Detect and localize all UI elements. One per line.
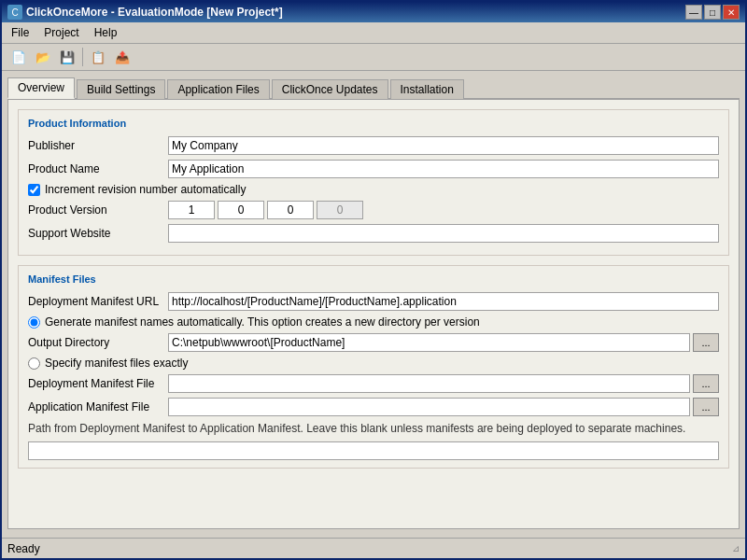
version-build[interactable] [267,201,314,219]
deployment-url-row: Deployment Manifest URL [28,292,719,311]
radio-specify[interactable] [28,357,40,370]
publisher-input[interactable] [168,136,719,155]
increment-row: Increment revision number automatically [28,183,719,196]
radio-specify-row: Specify manifest files exactly [28,357,719,370]
tab-bar: Overview Build Settings Application File… [7,77,740,100]
path-description: Path from Deployment Manifest to Applica… [28,421,719,437]
radio-auto[interactable] [28,316,40,329]
browse-application-button[interactable]: ... [693,398,719,416]
version-major[interactable] [168,201,215,219]
window-controls: — □ ✕ [685,5,740,20]
toolbar-separator [82,48,83,66]
output-dir-row: Output Directory ... [28,333,719,352]
version-minor[interactable] [218,201,264,219]
publisher-label: Publisher [28,139,168,152]
path-input[interactable] [28,441,719,460]
product-name-row: Product Name [28,160,719,178]
product-information-section: Product Information Publisher Product Na… [18,109,729,256]
toolbar: 📄 📂 💾 📋 📤 [2,44,745,71]
content-panel: Product Information Publisher Product Na… [7,100,740,529]
application-manifest-row: Application Manifest File ... [28,398,719,416]
window-title: ClickOnceMore - EvaluationMode [New Proj… [26,6,283,19]
deployment-manifest-label: Deployment Manifest File [28,377,168,390]
status-text: Ready [7,542,732,555]
export-button[interactable]: 📤 [111,47,134,67]
maximize-button[interactable]: □ [704,5,721,20]
support-label: Support Website [28,227,168,240]
menu-bar: File Project Help [2,22,745,44]
application-manifest-input[interactable] [168,398,690,416]
output-dir-label: Output Directory [28,336,168,349]
support-input[interactable] [168,224,719,243]
browse-output-button[interactable]: ... [693,333,719,352]
browse-deployment-button[interactable]: ... [693,374,719,393]
manifest-files-section: Manifest Files Deployment Manifest URL G… [18,265,729,469]
open-button[interactable]: 📂 [32,47,54,67]
title-bar-left: C ClickOnceMore - EvaluationMode [New Pr… [7,5,283,20]
minimize-button[interactable]: — [685,5,702,20]
version-inputs [168,201,363,219]
deployment-url-input[interactable] [168,292,719,311]
product-name-label: Product Name [28,162,168,175]
increment-label: Increment revision number automatically [45,183,246,196]
tab-clickonce-updates[interactable]: ClickOnce Updates [272,79,388,99]
close-button[interactable]: ✕ [723,5,740,20]
deployment-manifest-row: Deployment Manifest File ... [28,374,719,393]
radio-specify-label: Specify manifest files exactly [45,357,188,370]
tab-overview[interactable]: Overview [7,77,75,99]
tab-build-settings[interactable]: Build Settings [77,79,165,99]
radio-auto-row: Generate manifest names automatically. T… [28,315,719,329]
deployment-manifest-input[interactable] [168,374,690,393]
publisher-row: Publisher [28,136,719,155]
save-button[interactable]: 💾 [56,47,78,67]
status-bar: Ready ⊿ [2,538,745,558]
product-name-input[interactable] [168,160,719,178]
increment-checkbox[interactable] [28,184,40,196]
version-row: Product Version [28,201,719,219]
app-icon: C [7,5,22,20]
manifest-files-title: Manifest Files [28,273,719,285]
size-grip: ⊿ [732,543,740,553]
output-dir-input[interactable] [168,333,690,352]
menu-file[interactable]: File [6,24,35,41]
tab-application-files[interactable]: Application Files [167,79,269,99]
deployment-url-label: Deployment Manifest URL [28,295,168,308]
menu-project[interactable]: Project [38,24,84,41]
product-information-title: Product Information [28,118,719,129]
main-area: Overview Build Settings Application File… [2,71,745,536]
copy-button[interactable]: 📋 [87,47,109,67]
support-website-row: Support Website [28,224,719,243]
main-window: C ClickOnceMore - EvaluationMode [New Pr… [0,0,747,560]
new-button[interactable]: 📄 [7,47,30,67]
title-bar: C ClickOnceMore - EvaluationMode [New Pr… [2,2,745,22]
version-label: Product Version [28,203,168,217]
version-revision [317,201,363,219]
radio-auto-label: Generate manifest names automatically. T… [45,315,480,329]
menu-help[interactable]: Help [89,24,123,41]
tab-installation[interactable]: Installation [390,79,464,99]
application-manifest-label: Application Manifest File [28,400,168,413]
